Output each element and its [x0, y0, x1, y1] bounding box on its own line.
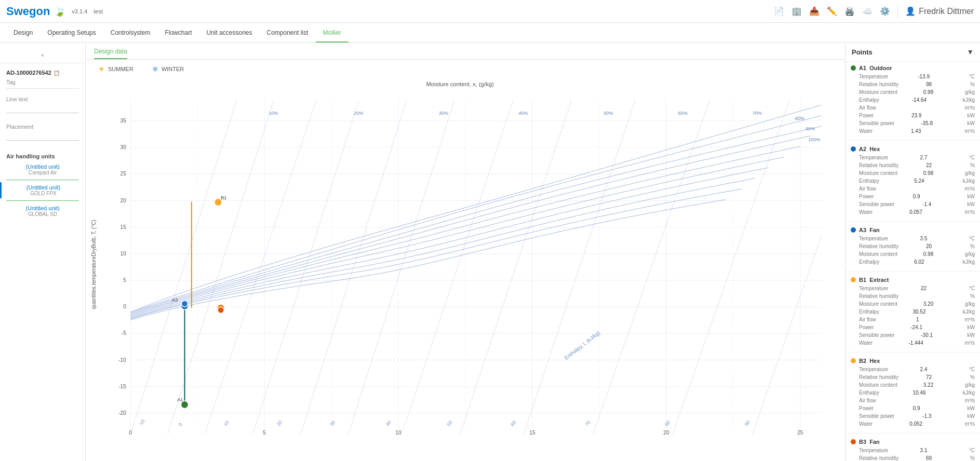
- header: Swegon🍃 v3.1.4 test 📄 🏢 📥 ✏️ 🖨️ ☁️ ⚙️ 👤 …: [0, 0, 980, 23]
- summer-label: SUMMER: [108, 66, 133, 72]
- svg-text:5: 5: [263, 430, 266, 436]
- print-icon[interactable]: 🖨️: [844, 6, 855, 16]
- svg-text:100%: 100%: [808, 137, 821, 142]
- svg-text:5: 5: [123, 277, 126, 283]
- svg-text:35: 35: [120, 118, 127, 124]
- points-collapse-btn[interactable]: ▼: [966, 48, 974, 56]
- svg-text:-20: -20: [118, 410, 126, 416]
- point-a2-dot: [851, 146, 856, 152]
- edit-icon[interactable]: ✏️: [827, 6, 837, 16]
- svg-text:-10: -10: [118, 357, 126, 363]
- copy-icon[interactable]: 📋: [53, 70, 60, 76]
- sidebar-unit-1[interactable]: (Untitled unit) GOLD FPX: [0, 182, 85, 198]
- header-icons: 📄 🏢 📥 ✏️ 🖨️ ☁️ ⚙️ 👤 Fredrik Dittmer: [774, 5, 974, 18]
- sidebar-divider-1: [6, 180, 79, 180]
- svg-text:A3: A3: [172, 297, 178, 303]
- svg-text:quantities.temperatureDryBulb,: quantities.temperatureDryBulb, T, (°C): [91, 220, 97, 309]
- svg-point-84: [181, 301, 187, 307]
- sidebar-id: AD-10000276542 📋: [0, 67, 85, 78]
- user-icon: 👤: [905, 6, 916, 16]
- point-a1-dot: [851, 65, 856, 71]
- version-badge: v3.1.4: [72, 8, 87, 15]
- tab-operating-setups[interactable]: Operating Setups: [40, 23, 103, 43]
- point-a3: A3 Fan Temperature3.5°C Relative humidit…: [845, 224, 980, 269]
- svg-text:-5: -5: [122, 330, 126, 336]
- svg-text:20: 20: [663, 430, 669, 436]
- tab-flowchart[interactable]: Flowchart: [157, 23, 199, 43]
- tab-controlsystem[interactable]: Controlsystem: [103, 23, 158, 43]
- svg-text:20: 20: [120, 198, 127, 204]
- point-a1-name: A1 Outdoor: [859, 65, 892, 71]
- point-b1-data: Temperature22°C Relative humidity% Moist…: [851, 284, 975, 347]
- sidebar-toggle[interactable]: ‹: [0, 47, 85, 63]
- svg-text:15: 15: [120, 224, 127, 230]
- svg-text:10: 10: [120, 251, 127, 256]
- cloud-icon[interactable]: ☁️: [862, 6, 872, 16]
- svg-text:Moisture content, x, (g/kg): Moisture content, x, (g/kg): [426, 81, 494, 87]
- line-text-input[interactable]: [6, 104, 79, 113]
- point-a2-data: Temperature2.7°C Relative humidity22% Mo…: [851, 154, 975, 216]
- point-b2-name: B2 Hex: [859, 358, 880, 364]
- point-a1-data: Temperature-13.9°C Relative humidity98% …: [851, 73, 975, 135]
- download-icon[interactable]: 📥: [809, 6, 820, 16]
- point-b3-data: Temperature3.1°C Relative humidity69% Mo…: [851, 446, 975, 461]
- point-a3-data: Temperature3.5°C Relative humidity20% Mo…: [851, 235, 975, 266]
- point-a2-name: A2 Hex: [859, 146, 880, 152]
- sidebar-ahu-title: Air handling units: [0, 148, 85, 161]
- svg-text:30%: 30%: [439, 111, 448, 116]
- user-area[interactable]: 👤 Fredrik Dittmer: [905, 6, 974, 16]
- svg-text:15: 15: [529, 430, 535, 436]
- point-b1: B1 Extract Temperature22°C Relative humi…: [845, 274, 980, 350]
- svg-text:30: 30: [120, 144, 127, 150]
- svg-text:0: 0: [123, 304, 126, 309]
- sidebar-divider-2: [6, 200, 79, 201]
- svg-text:10: 10: [395, 430, 401, 436]
- main: ‹ AD-10000276542 📋 Tag Line text Placeme…: [0, 43, 980, 461]
- tab-mollier[interactable]: Mollier: [316, 23, 348, 43]
- svg-text:20%: 20%: [353, 111, 363, 116]
- point-b2: B2 Hex Temperature2.4°C Relative humidit…: [845, 355, 980, 431]
- tab-design[interactable]: Design: [6, 23, 40, 43]
- placement-input[interactable]: [6, 132, 79, 141]
- point-a3-dot: [851, 227, 856, 233]
- sidebar-unit-0[interactable]: (Untitled unit) Compact Air: [0, 161, 85, 178]
- svg-text:50%: 50%: [603, 111, 613, 116]
- svg-text:-15: -15: [118, 384, 126, 389]
- svg-text:60%: 60%: [678, 111, 687, 116]
- winter-btn[interactable]: ❄ WINTER: [148, 63, 188, 75]
- nav-tabs: Design Operating Setups Controlsystem Fl…: [0, 23, 980, 43]
- svg-text:25: 25: [120, 171, 127, 177]
- svg-text:25: 25: [797, 430, 803, 436]
- new-file-icon[interactable]: 📄: [774, 6, 784, 16]
- svg-text:A1: A1: [177, 397, 183, 402]
- tab-component-list[interactable]: Component list: [260, 23, 316, 43]
- points-title: Points: [852, 48, 872, 56]
- settings-icon[interactable]: ⚙️: [880, 6, 890, 16]
- logo-leaf: 🍃: [54, 6, 65, 17]
- mollier-chart: 35 30 25 20 15 10 5 0 -5 -10 -15 -20 0 5: [86, 78, 845, 461]
- design-data-header: Design data: [86, 43, 845, 60]
- point-b3-dot: [851, 439, 856, 444]
- svg-text:40%: 40%: [518, 111, 528, 116]
- design-data-tab[interactable]: Design data: [94, 48, 127, 59]
- point-b2-dot: [851, 358, 856, 363]
- user-name: Fredrik Dittmer: [919, 7, 974, 16]
- point-b3: B3 Fan Temperature3.1°C Relative humidit…: [845, 436, 980, 461]
- collapse-icon: ‹: [42, 51, 44, 59]
- summer-btn[interactable]: ☀ SUMMER: [94, 63, 138, 75]
- point-a3-name: A3 Fan: [859, 227, 880, 233]
- org-icon[interactable]: 🏢: [791, 6, 802, 16]
- sidebar-unit-2[interactable]: (Untitled unit) GLOBAL SD: [0, 203, 85, 219]
- chart-container: 35 30 25 20 15 10 5 0 -5 -10 -15 -20 0 5: [86, 78, 845, 461]
- point-b1-dot: [851, 277, 856, 282]
- svg-text:80%: 80%: [795, 116, 804, 121]
- header-divider: [897, 5, 898, 18]
- logo-text: Swegon: [6, 5, 50, 18]
- sidebar-line-text-label: Line text: [0, 95, 85, 103]
- logo-area: Swegon🍃: [6, 5, 65, 18]
- tab-unit-accessories[interactable]: Unit accessories: [199, 23, 259, 43]
- svg-point-89: [218, 307, 224, 313]
- point-b3-name: B3 Fan: [859, 439, 880, 445]
- point-a1: A1 Outdoor Temperature-13.9°C Relative h…: [845, 62, 980, 138]
- sidebar-tag-label: Tag: [0, 78, 85, 86]
